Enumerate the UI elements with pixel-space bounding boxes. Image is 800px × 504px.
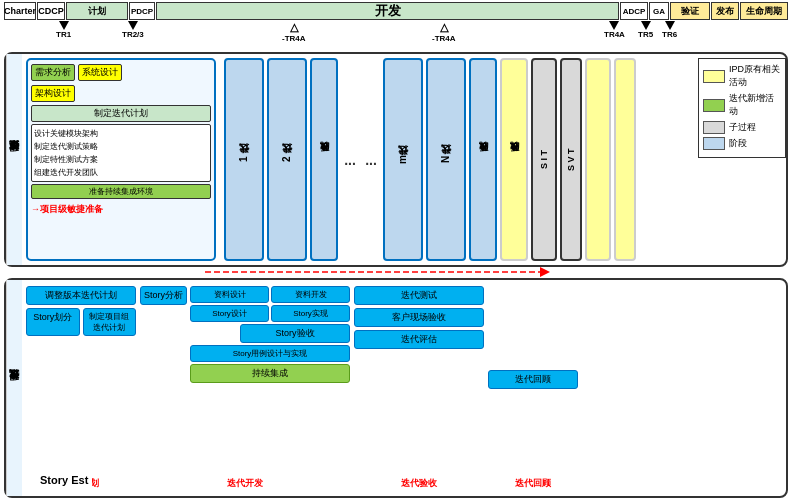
top-phases-area: Charter CDCP 计划 PDCP 开发 ADCP xyxy=(0,0,792,52)
phase-pdcp-label: PDCP xyxy=(131,7,153,16)
iter-dev-items: Story分析 资料设计 资料开发 Story设计 Story实现 xyxy=(140,286,350,473)
iter-evaluate-box: 迭代评估 xyxy=(354,330,484,349)
phase-charter: Charter xyxy=(4,2,36,20)
task-build-team: 组建迭代开发团队 xyxy=(34,166,208,179)
dots1: ... xyxy=(341,58,359,261)
svt-label: S V T xyxy=(566,148,576,171)
iter-review-label: 迭代回顾 xyxy=(488,477,578,490)
req-analysis-box: 需求分析 xyxy=(31,64,75,81)
story-accept-box: Story验收 xyxy=(240,324,350,343)
story-fen-box: Story划分 xyxy=(26,308,80,336)
tr1-label: TR1 xyxy=(56,30,71,39)
iter-review-items: 迭代回顾 xyxy=(488,286,578,473)
tr4a-left-label: -TR4A xyxy=(282,34,306,43)
ci-env-box: 准备持续集成环境 xyxy=(31,184,211,199)
phase-jihua-label: 计划 xyxy=(88,5,106,18)
tr23-arrow xyxy=(128,21,138,30)
tr23-marker: TR2/3 xyxy=(122,21,144,39)
sit-block: S I T xyxy=(531,58,557,261)
legend-item-new: 迭代新增活动 xyxy=(703,92,781,118)
phase-ga-label: GA xyxy=(653,7,665,16)
story-usecase-box: Story用例设计与实现 xyxy=(190,345,350,362)
iter-review-box: 迭代回顾 xyxy=(488,370,578,389)
material-design-box: 资料设计 xyxy=(190,286,269,303)
ci-box: 持续集成 xyxy=(190,364,350,383)
phase-adcp-label: ADCP xyxy=(623,7,646,16)
lower-content: 调整版本迭代计划 Story划分 制定项目组迭代计划 迭代计划 Story分析 xyxy=(22,280,786,496)
tr4a-right-marker: TR4A xyxy=(604,21,625,39)
tr23-label: TR2/3 xyxy=(122,30,144,39)
legend-box: IPD原有相关活动 迭代新增活动 子过程 阶段 xyxy=(698,58,786,158)
svg-marker-1 xyxy=(540,267,550,277)
legend-color-sub xyxy=(703,121,725,134)
main-layout: Charter CDCP 计划 PDCP 开发 ADCP xyxy=(0,0,792,496)
phase-names-row: Charter CDCP 计划 PDCP 开发 ADCP xyxy=(4,2,788,20)
tr6-arrow xyxy=(665,21,675,30)
itern-block: 迭代N xyxy=(426,58,466,261)
phase-kaifa-label: 开发 xyxy=(375,2,401,20)
agile-prep-label: →项目级敏捷准备 xyxy=(31,204,103,214)
sys-accept3-block: 系统验收 xyxy=(500,58,528,261)
iter-validate-items: 迭代测试 客户现场验收 迭代评估 xyxy=(354,286,484,473)
tr1-arrow xyxy=(59,21,69,30)
phase-charter-label: Charter xyxy=(4,6,36,16)
phase-yanzheng: 验证 xyxy=(670,2,710,20)
phase-kaifa: 开发 xyxy=(156,2,619,20)
legend-label-phase: 阶段 xyxy=(729,137,747,150)
iter-review-phase: 迭代回顾 迭代回顾 xyxy=(488,286,578,490)
tr5-label: TR5 xyxy=(638,30,653,39)
phase-yanzheng-label: 验证 xyxy=(681,5,699,18)
story-row: Story划分 制定项目组迭代计划 xyxy=(26,308,136,336)
iter-validate-phase: 迭代测试 客户现场验收 迭代评估 迭代验收 xyxy=(354,286,484,490)
tr4a-mid-marker: △ -TR4A xyxy=(432,21,456,43)
itern-label: 迭代N xyxy=(439,156,453,163)
yellow2-block xyxy=(614,58,636,261)
tr6-marker: TR6 xyxy=(662,21,677,39)
legend-item-sub: 子过程 xyxy=(703,121,781,134)
design-impl-col: 资料设计 资料开发 Story设计 Story实现 Story验收 Story用… xyxy=(190,286,350,473)
legend-label-sub: 子过程 xyxy=(729,121,756,134)
agile-prep-text: →项目级敏捷准备 xyxy=(31,202,211,216)
tr4a-right-arrow xyxy=(609,21,619,30)
tr4a-left-triangle: △ xyxy=(290,21,298,34)
phase-cdcp-label: CDCP xyxy=(38,6,64,16)
iterm-label: 迭代m xyxy=(396,155,410,164)
yellow1-block xyxy=(585,58,611,261)
phase-shengming-label: 生命周期 xyxy=(746,5,782,18)
project-iter-plan-box: 制定项目组迭代计划 xyxy=(83,308,137,336)
tr4a-mid-label: -TR4A xyxy=(432,34,456,43)
phase-ga: GA xyxy=(649,2,669,20)
phase-fabu: 发布 xyxy=(711,2,739,20)
iter2-label: 迭代2 xyxy=(280,157,294,163)
phase-pdcp: PDCP xyxy=(129,2,155,20)
tr6-label: TR6 xyxy=(662,30,677,39)
phase-cdcp: CDCP xyxy=(37,2,65,20)
phase-jihua: 计划 xyxy=(66,2,128,20)
sys-accept2-block: 系统验收 xyxy=(469,58,497,261)
iterm-block: 迭代m xyxy=(383,58,423,261)
iter-plan-items: 调整版本迭代计划 Story划分 制定项目组迭代计划 xyxy=(26,286,136,473)
adjust-plan-box: 调整版本迭代计划 xyxy=(26,286,136,305)
tr4a-left-marker: △ -TR4A xyxy=(282,21,306,43)
legend-item-ipd: IPD原有相关活动 xyxy=(703,63,781,89)
design-row: 资料设计 资料开发 xyxy=(190,286,350,303)
sys-accept1-block: 系统验收 xyxy=(310,58,338,261)
tr4a-right-label: TR4A xyxy=(604,30,625,39)
iter2-block: 迭代2 xyxy=(267,58,307,261)
iter-plan-box: 制定迭代计划 xyxy=(31,105,211,122)
planning-box: 需求分析 系统设计 架构设计 制定迭代计划 设计关键模块架构 制定迭代测试策略 … xyxy=(26,58,216,261)
iter-validate-label: 迭代验收 xyxy=(354,477,484,490)
material-dev-box: 资料开发 xyxy=(271,286,350,303)
tr5-marker: TR5 xyxy=(638,21,653,39)
story-impl-row: Story设计 Story实现 xyxy=(190,305,350,322)
phase-adcp: ADCP xyxy=(620,2,648,20)
task-test-strategy: 制定迭代测试策略 xyxy=(34,140,208,153)
iter1-label: 迭代1 xyxy=(237,157,251,163)
tr-markers-row: TR1 TR2/3 △ -TR4A △ -TR4A TR4A xyxy=(4,21,788,39)
legend-label-ipd: IPD原有相关活动 xyxy=(729,63,781,89)
arch-design-box: 架构设计 xyxy=(31,85,75,102)
phase-shengming: 生命周期 xyxy=(740,2,788,20)
story-impl-box: Story实现 xyxy=(271,305,350,322)
story-est-label: Story Est xyxy=(36,472,92,488)
iter-dev-phase: Story分析 资料设计 资料开发 Story设计 Story实现 xyxy=(140,286,350,490)
